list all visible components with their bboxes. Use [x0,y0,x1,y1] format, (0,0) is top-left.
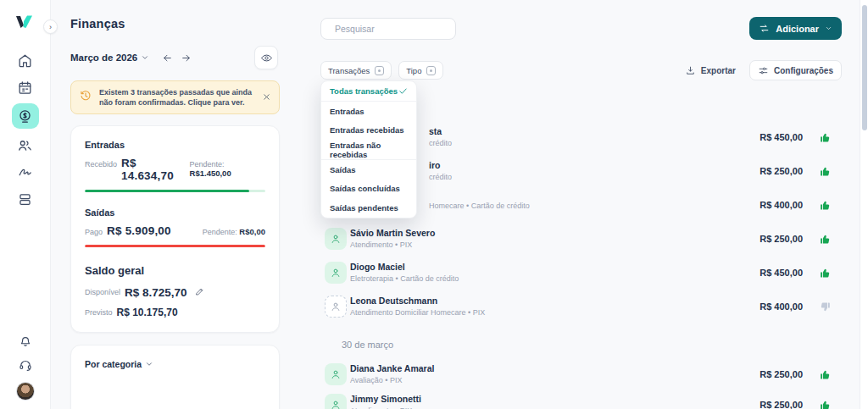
menu-item-entradas-recebidas[interactable]: Entradas recebidas [321,120,416,140]
forecast-value: R$ 10.175,70 [117,307,178,318]
sidebar-item-agenda[interactable] [13,76,38,98]
transaction-name: Leona Deutschmann [350,296,485,307]
arrow-right-icon [181,53,192,64]
notifications-bell-icon[interactable] [18,333,33,348]
vertical-scrollbar[interactable] [860,0,868,409]
thumbs-up-icon[interactable] [819,267,832,279]
pending-transactions-alert[interactable]: Existem 3 transações passadas que ainda … [70,80,280,114]
available-label: Disponível [85,288,120,296]
close-icon[interactable] [262,90,271,105]
export-button[interactable]: Exportar [685,65,736,76]
forecast-label: Previsto [85,308,113,317]
settings-button[interactable]: Configurações [749,60,842,80]
search-box [320,18,456,40]
thumbs-up-icon[interactable] [819,399,832,409]
transaction-amount: R$ 250,00 [709,166,803,176]
previous-month-button[interactable] [161,52,173,64]
transactions-filter-menu: Todas transações Entradas Entradas receb… [320,80,417,218]
eye-icon [260,52,273,64]
support-headset-icon[interactable] [18,357,33,373]
thumbs-up-icon[interactable] [819,165,832,178]
transaction-subtitle: crédito [429,173,452,182]
right-column: Adicionar Transações Tipo Exportar [305,0,860,409]
menu-item-entradas-nao-recebidas[interactable]: Entradas não recebidas [321,140,416,159]
filter-type-chip[interactable]: Tipo [398,61,443,80]
toggle-values-visibility-button[interactable] [254,46,278,69]
transaction-subtitle: crédito [429,139,452,148]
calendar-icon [17,80,33,96]
sidebar-item-home[interactable] [13,49,38,71]
transaction-name: Jimmy Simonetti [350,394,421,405]
sidebar-item-patients[interactable] [13,134,38,156]
sidebar-expand-button[interactable]: › [43,19,58,34]
inflow-pending-value: R$1.450,00 [190,169,231,178]
transaction-row[interactable]: Jimmy SimonettiAtendimento • PIX R$ 250,… [320,392,842,409]
outflows-title: Saídas [85,207,265,218]
transaction-amount: R$ 250,00 [709,234,803,244]
sidebar-item-services[interactable] [13,188,38,210]
settings-label: Configurações [774,66,833,75]
sidebar-nav [12,49,39,210]
transaction-subtitle: Eletroterapia • Cartão de crédito [350,274,459,284]
thumbs-up-icon[interactable] [819,131,832,144]
outflows-progress-bar [85,245,265,247]
patient-avatar-icon [325,262,347,284]
outflow-pending-label: Pendente: [203,228,237,236]
edit-balance-button[interactable] [195,285,205,300]
menu-item-saidas[interactable]: Saídas [321,159,416,179]
add-button[interactable]: Adicionar [749,17,842,40]
menu-item-todas-transacoes[interactable]: Todas transações [321,81,416,101]
user-avatar[interactable] [16,382,35,401]
filter-transactions-chip[interactable]: Transações [320,61,392,80]
left-column: Finanças Março de 2026 Existem 3 tra [70,0,280,409]
users-icon [17,137,33,153]
next-month-button[interactable] [180,52,192,64]
scrollbar-thumb[interactable] [862,5,867,130]
menu-item-entradas[interactable]: Entradas [321,101,416,120]
date-group-header: 30 de março [320,340,842,350]
filter-transactions-label: Transações [328,66,370,75]
filter-row: Transações Tipo Exportar Configurações [320,60,842,80]
menu-item-saidas-pendentes[interactable]: Saídas pendentes [321,198,416,218]
period-selector: Março de 2026 [70,46,280,69]
thumbs-up-icon[interactable] [819,199,832,212]
page-title: Finanças [70,17,280,30]
thumbs-up-icon[interactable] [819,233,832,246]
menu-item-saidas-concluidas[interactable]: Saídas concluídas [321,179,416,198]
filter-badge-icon [426,66,436,75]
search-input[interactable] [333,23,451,35]
category-title[interactable]: Por categoria [85,359,142,369]
download-icon [685,65,696,76]
patient-avatar-icon [325,394,347,409]
transaction-subtitle: Atendimento Domiciliar Homecare • PIX [350,308,485,318]
transaction-amount: R$ 450,00 [709,132,803,142]
sidebar-item-signature[interactable] [13,161,38,183]
pencil-icon [195,286,205,296]
thumbs-up-icon[interactable] [819,368,832,381]
money-coin-icon [17,108,33,124]
sidebar-item-finances[interactable] [12,103,39,129]
inflows-progress-bar [85,190,265,192]
patient-avatar-icon [325,296,347,318]
export-label: Exportar [701,66,736,75]
transaction-row[interactable]: Diana Janke AmaralAvaliação • PIX R$ 250… [320,362,842,387]
transaction-row[interactable]: Sávio Martin SeveroAtendimento • PIX R$ … [320,226,842,251]
transaction-row[interactable]: Diogo MacielEletroterapia • Cartão de cr… [320,260,842,285]
chevron-down-icon[interactable] [145,360,153,368]
transaction-subtitle: Atendimento • PIX [350,240,435,250]
thumbs-down-icon[interactable] [819,301,832,313]
app-window: › [0,0,868,409]
chevron-down-icon[interactable] [141,53,149,62]
transaction-name: sta [429,126,452,137]
transaction-subtitle: Avaliação • PIX [350,376,434,385]
sliders-icon [758,65,769,76]
transaction-row[interactable]: Leona DeutschmannAtendimento Domiciliar … [320,294,842,319]
patient-avatar-icon [325,228,347,250]
period-label[interactable]: Março de 2026 [70,53,137,63]
received-label: Recebido [85,160,117,169]
filter-type-label: Tipo [406,66,421,75]
hand-signature-icon [17,164,33,180]
patient-avatar-icon [325,363,347,385]
transaction-amount: R$ 400,00 [709,301,803,312]
transaction-amount: R$ 250,00 [709,369,803,379]
